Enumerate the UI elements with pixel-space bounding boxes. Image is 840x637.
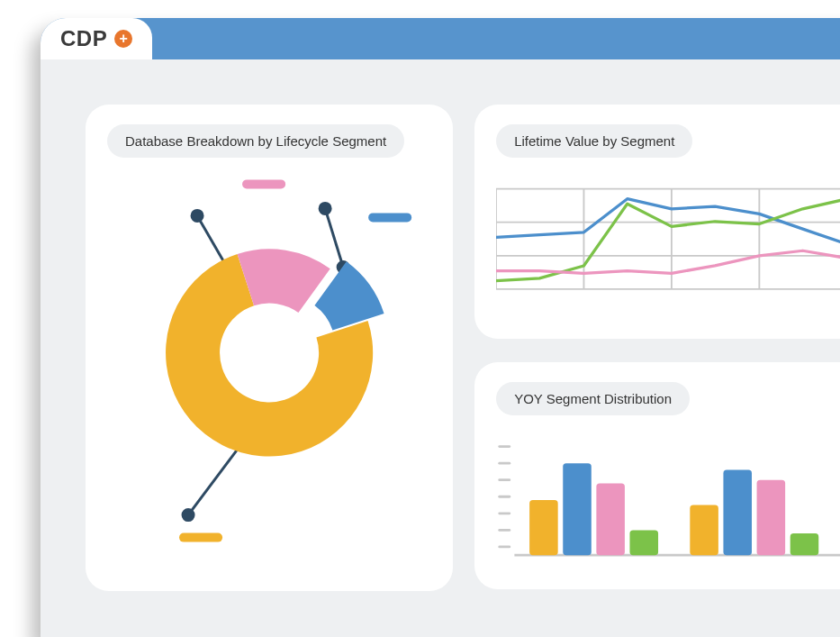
donut-chart: [107, 170, 431, 571]
bar-g1-green: [630, 530, 659, 555]
tab-cdp[interactable]: CDP +: [41, 18, 152, 59]
bar-chart: [496, 428, 840, 574]
svg-point-4: [183, 510, 194, 521]
svg-point-2: [320, 203, 330, 214]
card-line: Lifetime Value by Segment: [474, 105, 840, 339]
leader-yellow: [188, 443, 242, 515]
legend-pill-pink: [242, 179, 285, 188]
titlebar: CDP +: [41, 18, 840, 59]
line-series-green: [496, 199, 840, 281]
plus-icon[interactable]: +: [114, 30, 132, 48]
right-column: Lifetime Value by Segment: [474, 105, 840, 591]
bar-g1-pink: [597, 483, 626, 555]
bar-g2-blue: [724, 470, 753, 556]
bar-g2-pink: [757, 480, 786, 556]
card-donut: Database Breakdown by Lifecycle Segment: [86, 105, 453, 591]
card-title-donut: Database Breakdown by Lifecycle Segment: [107, 124, 404, 158]
svg-point-0: [192, 210, 203, 221]
card-title-line: Lifetime Value by Segment: [496, 124, 692, 158]
legend-pill-blue: [368, 213, 411, 222]
tab-label: CDP: [60, 26, 107, 51]
leader-pink: [197, 215, 227, 267]
leader-blue: [325, 208, 343, 267]
line-chart: [496, 170, 840, 324]
content-area: Database Breakdown by Lifecycle Segment: [41, 59, 840, 591]
bar-g1-blue: [563, 463, 592, 555]
card-bars: YOY Segment Distribution: [474, 362, 840, 589]
app-window: CDP + Database Breakdown by Lifecycle Se…: [41, 18, 840, 637]
bar-g2-yellow: [691, 505, 719, 556]
line-series-pink: [496, 250, 840, 273]
bar-g1-yellow: [529, 500, 558, 555]
line-series-blue: [496, 199, 840, 244]
card-title-bars: YOY Segment Distribution: [496, 382, 690, 415]
legend-pill-yellow: [179, 533, 222, 542]
bar-g2-green: [790, 533, 819, 555]
